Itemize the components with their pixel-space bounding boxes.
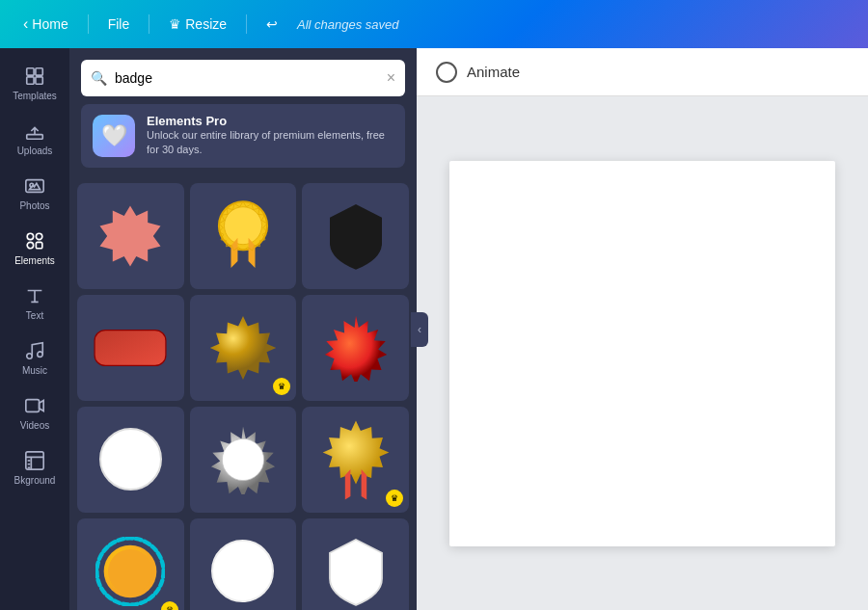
gold-award-shape bbox=[209, 198, 277, 275]
uploads-label: Uploads bbox=[17, 146, 53, 156]
premium-crown-5: ♛ bbox=[273, 378, 290, 395]
photos-icon bbox=[24, 175, 45, 197]
search-input[interactable] bbox=[115, 70, 379, 86]
divider-2 bbox=[149, 14, 149, 34]
undo-button[interactable]: ↩ bbox=[258, 13, 285, 36]
clear-icon[interactable]: × bbox=[387, 69, 395, 87]
badge-grid: ♛ bbox=[69, 177, 417, 610]
chevron-left-icon: ‹ bbox=[23, 15, 28, 33]
templates-icon bbox=[24, 66, 45, 87]
elements-panel: 🔍 × 🤍 Elements Pro Unlock our entire lib… bbox=[69, 48, 417, 610]
svg-rect-2 bbox=[27, 77, 34, 84]
sidebar-item-videos[interactable]: Videos bbox=[0, 385, 69, 440]
svg-rect-4 bbox=[27, 135, 43, 140]
promo-text: Elements Pro Unlock our entire library o… bbox=[147, 114, 393, 158]
red-starburst-shape bbox=[322, 314, 390, 382]
crown-icon: ♛ bbox=[169, 16, 181, 32]
premium-crown-10: ♛ bbox=[161, 601, 178, 610]
white-canvas bbox=[449, 161, 835, 546]
svg-point-12 bbox=[38, 352, 43, 358]
svg-marker-29 bbox=[322, 421, 389, 485]
file-label: File bbox=[108, 16, 130, 32]
white-circle2-shape bbox=[211, 540, 274, 602]
search-wrapper: 🔍 × bbox=[81, 60, 405, 96]
resize-label: Resize bbox=[185, 16, 227, 32]
svg-point-9 bbox=[27, 242, 33, 248]
sidebar-item-elements[interactable]: Elements bbox=[0, 221, 69, 276]
saved-status: All changes saved bbox=[297, 17, 399, 32]
svg-marker-25 bbox=[210, 316, 277, 380]
badge-item-4[interactable] bbox=[77, 295, 184, 401]
canvas-surface[interactable] bbox=[417, 96, 868, 610]
sidebar-item-uploads[interactable]: Uploads bbox=[0, 111, 69, 166]
text-icon bbox=[24, 285, 45, 306]
text-label: Text bbox=[26, 310, 43, 321]
svg-point-34 bbox=[108, 549, 152, 594]
svg-rect-13 bbox=[26, 400, 40, 412]
svg-rect-10 bbox=[36, 242, 41, 248]
background-icon bbox=[24, 450, 45, 471]
badge-item-9[interactable]: ♛ bbox=[302, 407, 409, 513]
badge-item-7[interactable] bbox=[77, 407, 184, 513]
canvas-area: Animate bbox=[417, 48, 868, 610]
music-label: Music bbox=[22, 365, 47, 376]
svg-point-28 bbox=[222, 438, 263, 480]
promo-banner[interactable]: 🤍 Elements Pro Unlock our entire library… bbox=[81, 104, 405, 168]
music-icon bbox=[24, 340, 45, 361]
undo-icon: ↩ bbox=[266, 16, 278, 32]
sidebar-item-background[interactable]: Bkground bbox=[0, 440, 69, 495]
resize-button[interactable]: ♛ Resize bbox=[161, 13, 234, 36]
badge-item-12[interactable] bbox=[302, 518, 409, 610]
salmon-star-shape bbox=[96, 202, 164, 270]
svg-rect-3 bbox=[36, 77, 42, 84]
badge-item-3[interactable] bbox=[302, 183, 409, 289]
home-label: Home bbox=[32, 16, 68, 32]
badge-item-11[interactable] bbox=[190, 518, 297, 610]
animate-label[interactable]: Animate bbox=[467, 64, 520, 80]
topbar: ‹ Home File ♛ Resize ↩ All changes saved bbox=[0, 0, 868, 48]
elements-label: Elements bbox=[14, 255, 55, 266]
divider-3 bbox=[246, 14, 247, 34]
sidebar-item-music[interactable]: Music bbox=[0, 331, 69, 385]
shield-black-shape bbox=[327, 201, 385, 271]
sidebar: Templates Uploads Photos E bbox=[0, 48, 69, 610]
badge-item-8[interactable] bbox=[190, 407, 297, 513]
shield-white-shape bbox=[327, 537, 385, 606]
photos-label: Photos bbox=[19, 200, 49, 211]
promo-title: Elements Pro bbox=[147, 114, 393, 128]
file-button[interactable]: File bbox=[100, 13, 138, 36]
svg-rect-24 bbox=[95, 330, 166, 365]
badge-item-2[interactable] bbox=[190, 183, 297, 289]
main-area: Templates Uploads Photos E bbox=[0, 48, 868, 610]
home-button[interactable]: ‹ Home bbox=[15, 12, 76, 37]
search-icon: 🔍 bbox=[91, 70, 107, 86]
sidebar-item-text[interactable]: Text bbox=[0, 276, 69, 331]
uploads-icon bbox=[24, 120, 45, 142]
silver-seal-shape bbox=[208, 425, 278, 494]
gold-seal-shape bbox=[209, 314, 277, 382]
white-circle-shape bbox=[99, 428, 162, 491]
svg-marker-26 bbox=[324, 315, 386, 382]
sidebar-item-photos[interactable]: Photos bbox=[0, 166, 69, 221]
background-label: Bkground bbox=[14, 475, 56, 486]
gold-award2-shape bbox=[322, 418, 390, 500]
collapse-panel-handle[interactable]: ‹ bbox=[411, 312, 428, 347]
chevron-left-panel-icon: ‹ bbox=[418, 323, 421, 336]
badge-item-10[interactable]: ♛ bbox=[77, 518, 184, 610]
search-bar: 🔍 × bbox=[69, 48, 417, 104]
red-rect-shape bbox=[92, 324, 169, 372]
promo-icon: 🤍 bbox=[93, 115, 135, 157]
svg-point-8 bbox=[36, 233, 41, 239]
elements-icon bbox=[24, 230, 45, 252]
badge-item-5[interactable]: ♛ bbox=[190, 295, 297, 401]
svg-point-20 bbox=[225, 207, 262, 245]
svg-marker-18 bbox=[100, 205, 161, 266]
svg-point-11 bbox=[27, 354, 33, 359]
svg-rect-1 bbox=[36, 68, 42, 75]
badge-item-6[interactable] bbox=[302, 295, 409, 401]
videos-label: Videos bbox=[20, 420, 49, 431]
animate-icon bbox=[436, 62, 457, 83]
sidebar-item-templates[interactable]: Templates bbox=[0, 56, 69, 111]
badge-item-1[interactable] bbox=[77, 183, 184, 289]
divider-1 bbox=[88, 14, 89, 34]
